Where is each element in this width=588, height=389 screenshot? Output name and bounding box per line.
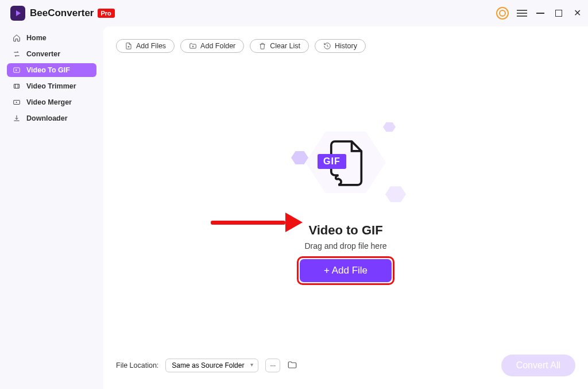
file-add-icon [125,42,133,50]
sidebar-item-converter[interactable]: Converter [7,47,96,61]
download-icon [13,114,21,122]
sidebar: Home Converter Video To GIF Video Trimme… [0,26,103,389]
svg-rect-1 [14,84,19,88]
app-logo-icon [10,6,25,21]
merge-icon [13,98,21,106]
add-file-button[interactable]: + Add File [300,259,392,282]
file-location-label: File Location: [116,361,158,369]
pro-badge: Pro [98,9,115,18]
drop-title: Video to GIF [308,223,382,238]
toolbar: Add Files Add Folder Clear List History [116,39,575,53]
converter-icon [13,50,21,58]
titlebar: BeeConverter Pro ✕ [0,0,588,26]
convert-all-button[interactable]: Convert All [501,355,575,376]
trim-icon [13,82,21,90]
sidebar-item-label: Video To GIF [26,66,70,74]
drop-zone[interactable]: GIF Video to GIF Drag and drop file here… [116,53,575,348]
footer-bar: File Location: Same as Source Folder ···… [116,348,575,376]
gif-icon [13,66,21,74]
trash-icon [258,42,266,50]
sidebar-item-downloader[interactable]: Downloader [7,111,96,125]
annotation-arrow [211,213,303,232]
home-icon [13,34,21,42]
user-account-icon[interactable] [496,7,509,20]
sidebar-item-video-to-gif[interactable]: Video To GIF [7,63,96,77]
file-location-more-button[interactable]: ··· [265,359,280,372]
maximize-button[interactable] [554,8,564,18]
drop-subtitle: Drag and drop file here [304,241,386,251]
minimize-button[interactable] [535,8,546,18]
folder-add-icon [189,42,197,50]
open-folder-icon[interactable] [287,360,299,371]
app-window: BeeConverter Pro ✕ Home Converter Video … [0,0,588,389]
sidebar-item-label: Downloader [26,114,68,122]
file-location-select[interactable]: Same as Source Folder [165,359,258,372]
gif-badge: GIF [318,154,346,169]
main-panel: Add Files Add Folder Clear List History [103,26,588,389]
close-button[interactable]: ✕ [572,8,582,18]
menu-icon[interactable] [517,8,527,18]
history-button[interactable]: History [315,39,366,53]
add-file-highlight: + Add File [297,256,394,285]
sidebar-item-home[interactable]: Home [7,31,96,45]
sidebar-item-label: Video Merger [26,98,72,106]
sidebar-item-video-trimmer[interactable]: Video Trimmer [7,79,96,93]
sidebar-item-video-merger[interactable]: Video Merger [7,95,96,109]
sidebar-item-label: Home [26,34,47,42]
brand-name: BeeConverter [30,7,94,19]
add-files-button[interactable]: Add Files [116,39,175,53]
add-folder-button[interactable]: Add Folder [180,39,244,53]
sidebar-item-label: Converter [26,50,60,58]
history-icon [323,42,331,50]
sidebar-item-label: Video Trimmer [26,82,76,90]
gif-illustration: GIF [285,116,406,214]
clear-list-button[interactable]: Clear List [250,39,309,53]
